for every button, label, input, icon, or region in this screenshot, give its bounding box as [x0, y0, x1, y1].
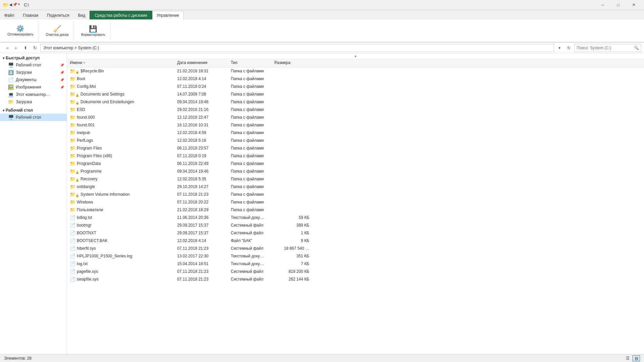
- ribbon-btn-format[interactable]: 💾 Форматировать: [79, 24, 107, 37]
- sidebar-header-desktop[interactable]: ▾ Рабочий стол: [0, 107, 67, 114]
- search-input[interactable]: [577, 46, 634, 50]
- file-icon: 📁: [70, 68, 75, 74]
- address-dropdown[interactable]: ▾: [555, 44, 564, 52]
- sidebar-item-zagruzka-label: Загрузка: [16, 100, 32, 104]
- file-name: bdlog.txt: [77, 215, 92, 220]
- back-button[interactable]: ◀: [3, 44, 11, 52]
- table-row[interactable]: 📄 BOOTSECT.BAK 12.02.2018 4:14 Файл "БАК…: [67, 237, 644, 245]
- table-row[interactable]: 📁 🔒 Documents and Settings 14.07.2009 7:…: [67, 90, 644, 98]
- file-name: found.001: [77, 123, 95, 127]
- forward-button[interactable]: ▶: [12, 44, 20, 52]
- file-size-cell: [272, 194, 312, 195]
- qa-dropdown[interactable]: ▾: [18, 2, 20, 8]
- file-name-cell: 📁 ESD: [67, 107, 174, 113]
- table-row[interactable]: 📁 ESD 29.02.2016 21:16 Папка с файлами: [67, 106, 644, 114]
- file-name-cell: 📁 PerfLogs: [67, 137, 174, 143]
- table-row[interactable]: 📁 found.001 16.12.2016 10:31 Папка с фай…: [67, 121, 644, 129]
- sidebar-item-desktop-2[interactable]: 🖥️ Рабочий стол: [0, 114, 67, 121]
- table-row[interactable]: 📁 🔒 Recovery 12.02.2018 5:35 Папка с фай…: [67, 175, 644, 183]
- file-name-cell: 📁 Пользователи: [67, 207, 174, 213]
- address-path[interactable]: Этот компьютер > System (C:): [40, 44, 554, 52]
- table-row[interactable]: 📄 hiberfil.sys 07.11.2018 21:23 Системны…: [67, 245, 644, 252]
- ribbon-btn-optimize[interactable]: ⚙️ Оптимизировать: [5, 24, 35, 37]
- file-name: Documents and Settings: [80, 92, 124, 97]
- up-button[interactable]: ⬆: [21, 44, 30, 52]
- tab-manage[interactable]: Управление: [152, 11, 183, 20]
- col-header-date[interactable]: Дата изменения: [174, 60, 228, 66]
- file-icon: 📁: [70, 84, 75, 89]
- table-row[interactable]: 📁 🔒 Programme 09.04.2014 19:46 Папка с ф…: [67, 168, 644, 175]
- table-row[interactable]: 📄 log.txt 15.04.2014 18:51 Текстовый док…: [67, 260, 644, 268]
- table-row[interactable]: 📄 swapfile.sys 07.11.2018 21:23 Системны…: [67, 276, 644, 283]
- table-row[interactable]: 📁 found.000 12.12.2016 22:47 Папка с фай…: [67, 114, 644, 121]
- file-icon: 📁: [70, 122, 75, 128]
- table-row[interactable]: 📄 bootmgr 29.09.2017 15:37 Системный фай…: [67, 222, 644, 229]
- file-date-cell: 07.11.2018 20:22: [174, 199, 228, 205]
- sidebar-item-thispc-label: Этот компьютер…: [16, 92, 50, 97]
- table-row[interactable]: 📁 🔒 $Recycle.Bin 21.02.2018 18:31 Папка …: [67, 67, 644, 75]
- tab-home[interactable]: Главная: [19, 11, 43, 19]
- title-text: C:\: [24, 3, 29, 7]
- sidebar-item-zagruzka[interactable]: 📁 Загрузка: [0, 98, 67, 106]
- sidebar-item-images[interactable]: 🖼️ Изображения 📌: [0, 83, 67, 91]
- file-icon: 📄: [70, 277, 75, 282]
- file-type-cell: Папка с файлами: [228, 115, 272, 120]
- table-row[interactable]: 📁 Config.Msi 07.11.2018 0:24 Папка с фай…: [67, 83, 644, 90]
- table-row[interactable]: 📄 bdlog.txt 11.06.2014 20:36 Текстовый д…: [67, 214, 644, 222]
- file-type-cell: Папка с файлами: [228, 84, 272, 89]
- file-name-cell: 📁 🔒 $Recycle.Bin: [67, 68, 174, 74]
- minimize-button[interactable]: ─: [595, 0, 610, 10]
- ribbon-tabs: Файл Главная Поделиться Вид Средства раб…: [0, 10, 644, 19]
- table-row[interactable]: 📁 Program Files (x86) 07.11.2018 0:19 Па…: [67, 152, 644, 160]
- refresh-button[interactable]: ↻: [31, 44, 39, 52]
- sidebar-item-desktop[interactable]: 🖥️ Рабочий стол 📌: [0, 61, 67, 69]
- col-header-size[interactable]: Размера: [272, 60, 312, 66]
- lock-icon: 🔒: [75, 194, 79, 197]
- file-type-cell: Текстовый доку…: [228, 253, 272, 259]
- ribbon-btn-cleanup[interactable]: 🧹 Очистка диска: [44, 24, 70, 37]
- list-view-button[interactable]: ☰: [624, 355, 631, 361]
- table-row[interactable]: 📁 solidangle 29.10.2018 14:27 Папка с фа…: [67, 183, 644, 191]
- tab-file[interactable]: Файл: [0, 11, 19, 19]
- file-icon: 📁: [70, 184, 75, 189]
- file-icon: 📁: [70, 176, 75, 182]
- table-row[interactable]: 📁 Boot 12.02.2018 4:14 Папка с файлами: [67, 75, 644, 83]
- lock-icon: 🔒: [75, 178, 79, 182]
- table-row[interactable]: 📄 HPLJP1000_P1500_Series.log 13.02.2017 …: [67, 252, 644, 260]
- file-size-cell: [272, 132, 312, 133]
- maximize-button[interactable]: □: [610, 0, 626, 10]
- detail-view-button[interactable]: ▤: [633, 355, 640, 361]
- file-name-cell: 📁 🔒 Programme: [67, 168, 174, 174]
- table-row[interactable]: 📁 🔒 Dokumente und Einstellungen 09.04.20…: [67, 98, 644, 106]
- file-size-cell: 351 КБ: [272, 253, 312, 259]
- sidebar-item-downloads[interactable]: ⬇️ Загрузки 📌: [0, 69, 67, 76]
- file-type-cell: Папка с файлами: [228, 169, 272, 174]
- file-name-cell: 📄 BOOTSECT.BAK: [67, 238, 174, 244]
- col-header-name[interactable]: Имени ▾: [67, 60, 174, 66]
- scroll-up-arrow: ▲: [354, 54, 357, 58]
- sidebar-section-quickaccess: ▾ Быстрый доступ 🖥️ Рабочий стол 📌 ⬇️ За…: [0, 55, 67, 106]
- sidebar-item-thispc[interactable]: 💻 Этот компьютер…: [0, 91, 67, 98]
- table-row[interactable]: 📁 Пользователи 21.02.2018 18:29 Папка с …: [67, 206, 644, 214]
- tab-tools[interactable]: Средства работы с дисками: [90, 11, 152, 19]
- file-size-cell: 7 КБ: [272, 261, 312, 266]
- address-refresh[interactable]: ↻: [565, 44, 573, 52]
- table-row[interactable]: 📁 🔒 System Volume Information 07.11.2018…: [67, 191, 644, 198]
- table-row[interactable]: 📄 BOOTNXT 29.09.2017 15:37 Системный фай…: [67, 229, 644, 237]
- table-row[interactable]: 📁 PerfLogs 12.02.2018 5:16 Папка с файла…: [67, 137, 644, 144]
- tab-share[interactable]: Поделиться: [43, 11, 73, 19]
- file-type-cell: Текстовый доку…: [228, 215, 272, 220]
- tab-view[interactable]: Вид: [73, 11, 90, 19]
- table-row[interactable]: 📁 inetpub 12.02.2018 4:59 Папка с файлам…: [67, 129, 644, 137]
- table-row[interactable]: 📄 pagefile.sys 07.11.2018 21:23 Системны…: [67, 268, 644, 276]
- col-header-type[interactable]: Тип: [228, 60, 272, 66]
- table-row[interactable]: 📁 Program Files 06.11.2018 23:57 Папка с…: [67, 144, 644, 152]
- sidebar-header-quickaccess[interactable]: ▾ Быстрый доступ: [0, 55, 67, 61]
- sidebar-item-desktop-2-label: Рабочий стол: [16, 115, 41, 120]
- close-button[interactable]: ✕: [626, 0, 641, 10]
- sidebar-item-documents[interactable]: 📄 Документы 📌: [0, 76, 67, 83]
- file-icon: 📁: [70, 107, 75, 112]
- table-row[interactable]: 📁 ProgramData 06.11.2018 22:49 Папка с ф…: [67, 160, 644, 168]
- file-name-cell: 📁 found.001: [67, 122, 174, 128]
- table-row[interactable]: 📁 Windows 07.11.2018 20:22 Папка с файла…: [67, 198, 644, 206]
